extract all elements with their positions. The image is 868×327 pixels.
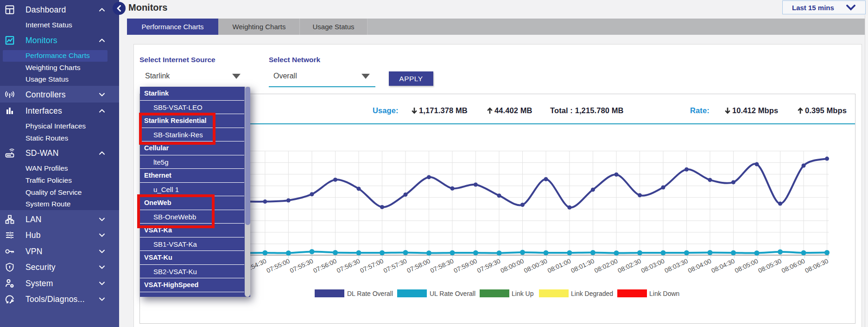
svg-text:07:58:00: 07:58:00 [406, 257, 431, 274]
svg-text:08:05:30: 08:05:30 [757, 257, 783, 274]
svg-text:07:57:00: 07:57:00 [359, 257, 385, 274]
svg-text:07:57:30: 07:57:30 [382, 257, 408, 274]
svg-text:08:01:30: 08:01:30 [570, 257, 596, 274]
svg-text:08:06:30: 08:06:30 [804, 257, 830, 274]
svg-text:08:06:00: 08:06:00 [780, 257, 806, 274]
svg-text:07:56:30: 07:56:30 [336, 257, 361, 274]
svg-text:08:02:30: 08:02:30 [617, 257, 642, 274]
svg-text:08:00:00: 08:00:00 [500, 257, 525, 274]
svg-text:07:55:00: 07:55:00 [266, 257, 291, 274]
svg-text:08:04:00: 08:04:00 [687, 257, 712, 274]
svg-text:07:59:30: 07:59:30 [476, 257, 501, 274]
svg-text:08:01:00: 08:01:00 [546, 257, 572, 274]
svg-text:07:55:30: 07:55:30 [289, 257, 314, 274]
svg-text:07:59:00: 07:59:00 [453, 257, 478, 274]
svg-text:08:05:00: 08:05:00 [734, 257, 759, 274]
svg-text:08:00:30: 08:00:30 [523, 257, 548, 274]
svg-text:08:02:00: 08:02:00 [593, 257, 619, 274]
svg-text:08:03:00: 08:03:00 [640, 257, 665, 274]
svg-text:07:56:00: 07:56:00 [312, 257, 338, 274]
svg-text:08:04:30: 08:04:30 [710, 257, 736, 274]
svg-text:07:58:30: 07:58:30 [429, 257, 455, 274]
svg-text:08:03:30: 08:03:30 [664, 257, 689, 274]
